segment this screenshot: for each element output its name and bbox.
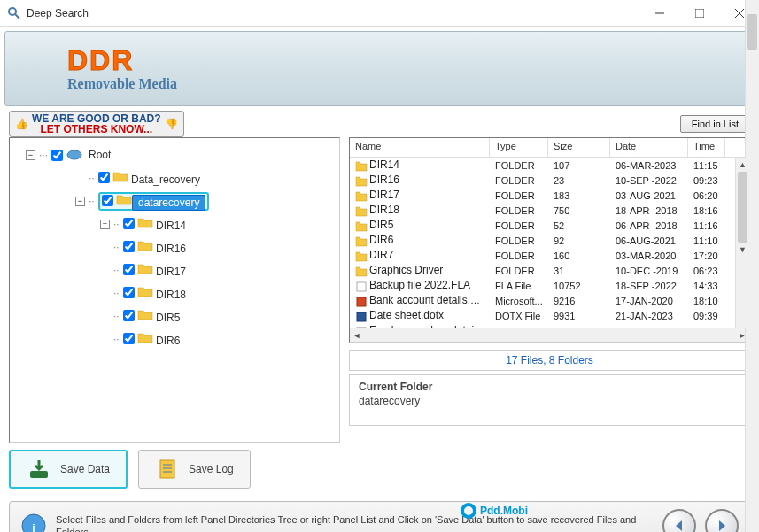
toolbar: 👍 WE ARE GOOD OR BAD? LET OTHERS KNOW...… bbox=[0, 111, 759, 137]
file-type: FOLDER bbox=[490, 205, 548, 216]
file-type: FOLDER bbox=[490, 160, 548, 171]
tree-item-label: DIR18 bbox=[153, 288, 189, 302]
tree-item-label: DIR16 bbox=[153, 242, 189, 256]
file-time: 11:16 bbox=[688, 220, 725, 231]
file-rows[interactable]: DIR14FOLDER10706-MAR-202311:15DIR16FOLDE… bbox=[350, 158, 749, 328]
brand-logo: DDR bbox=[67, 46, 177, 74]
maximize-button[interactable] bbox=[679, 0, 719, 27]
tree-item[interactable]: ·· DIR5 bbox=[13, 305, 336, 328]
file-time: 09:23 bbox=[688, 175, 725, 186]
file-row[interactable]: Graphics DriverFOLDER3110-DEC -201906:23 bbox=[350, 263, 749, 278]
col-name[interactable]: Name bbox=[350, 138, 490, 157]
tree-item[interactable]: +·· DIR14 bbox=[13, 212, 336, 235]
ppt-icon bbox=[355, 297, 368, 307]
file-type: FOLDER bbox=[490, 190, 548, 201]
file-name: DIR14 bbox=[369, 158, 399, 171]
tree-view[interactable]: − ··· Root ·· Data_recovery−·· datarecov… bbox=[10, 138, 339, 442]
feedback-button[interactable]: 👍 WE ARE GOOD OR BAD? LET OTHERS KNOW...… bbox=[9, 111, 184, 137]
file-row[interactable]: Date sheet.dotxDOTX File993121-JAN-20230… bbox=[350, 308, 749, 323]
drive-icon bbox=[66, 149, 82, 161]
file-row[interactable]: Backup file 2022.FLAFLA File1075218-SEP … bbox=[350, 278, 749, 293]
tree-toggle-icon[interactable]: − bbox=[75, 197, 85, 206]
tree-checkbox[interactable] bbox=[123, 333, 135, 344]
file-type: FOLDER bbox=[490, 220, 548, 231]
folder-icon bbox=[355, 191, 368, 202]
tree-panel: − ··· Root ·· Data_recovery−·· datarecov… bbox=[9, 137, 340, 443]
file-row[interactable]: DIR16FOLDER2310-SEP -202209:23 bbox=[350, 173, 749, 188]
save-log-button[interactable]: Save Log bbox=[138, 450, 251, 489]
file-date: 03-MAR-2020 bbox=[610, 251, 688, 261]
file-date: 03-AUG-2021 bbox=[610, 190, 688, 201]
folder-icon bbox=[112, 171, 128, 183]
file-date: 10-SEP -2022 bbox=[610, 175, 688, 186]
file-name: DIR7 bbox=[369, 249, 393, 261]
scroll-left-icon[interactable]: ◄ bbox=[350, 328, 364, 343]
folder-icon bbox=[355, 236, 368, 247]
svg-line-1 bbox=[15, 14, 19, 19]
svg-rect-13 bbox=[30, 471, 48, 478]
tree-checkbox[interactable] bbox=[123, 264, 135, 275]
file-size: 183 bbox=[548, 190, 610, 201]
collapse-icon[interactable]: − bbox=[26, 150, 35, 160]
current-folder-panel: Current Folder datarecovery bbox=[349, 374, 750, 426]
file-name: DIR16 bbox=[369, 173, 399, 186]
file-row[interactable]: DIR14FOLDER10706-MAR-202311:15 bbox=[350, 158, 749, 173]
file-type: FOLDER bbox=[490, 251, 548, 261]
file-time: 09:39 bbox=[688, 311, 725, 321]
file-row[interactable]: DIR6FOLDER9206-AUG-202111:10 bbox=[350, 233, 749, 248]
tree-checkbox[interactable] bbox=[51, 150, 63, 161]
file-row[interactable]: DIR5FOLDER5206-APR -201811:16 bbox=[350, 218, 749, 233]
tree-item[interactable]: ·· DIR16 bbox=[13, 235, 336, 258]
tree-item[interactable]: ·· Data_recovery bbox=[13, 166, 336, 189]
file-size: 9931 bbox=[548, 311, 610, 321]
file-scrollbar-h[interactable]: ◄ ► bbox=[350, 328, 749, 342]
doc-icon bbox=[355, 312, 368, 322]
folder-icon bbox=[355, 176, 368, 187]
tree-item[interactable]: ·· DIR18 bbox=[13, 281, 336, 305]
tree-toggle-icon[interactable]: + bbox=[100, 220, 110, 229]
tree-checkbox[interactable] bbox=[123, 310, 135, 321]
file-row[interactable]: DIR7FOLDER16003-MAR-202017:20 bbox=[350, 248, 749, 263]
svg-point-6 bbox=[67, 150, 81, 159]
file-row[interactable]: DIR17FOLDER18303-AUG-202106:20 bbox=[350, 188, 749, 203]
folder-icon bbox=[355, 206, 368, 217]
find-in-list-button[interactable]: Find in List bbox=[680, 115, 750, 133]
next-button[interactable] bbox=[705, 509, 739, 532]
app-icon bbox=[7, 6, 21, 20]
minimize-button[interactable] bbox=[639, 0, 679, 27]
tree-item-label: datarecovery bbox=[132, 195, 205, 211]
file-row[interactable]: DIR18FOLDER75018-APR -201818:16 bbox=[350, 203, 749, 218]
arrow-left-icon bbox=[672, 519, 686, 532]
file-size: 92 bbox=[548, 235, 610, 246]
file-date: 18-SEP -2022 bbox=[610, 281, 688, 291]
col-time[interactable]: Time bbox=[688, 138, 725, 157]
file-row[interactable]: Employee salary details.txtText file9918… bbox=[350, 323, 749, 328]
svg-rect-14 bbox=[160, 460, 174, 478]
scroll-down-icon[interactable]: ▼ bbox=[736, 243, 749, 257]
scroll-up-icon[interactable]: ▲ bbox=[736, 158, 749, 172]
tree-checkbox[interactable] bbox=[123, 218, 135, 229]
file-date: 10-DEC -2019 bbox=[610, 266, 688, 276]
tree-checkbox[interactable] bbox=[98, 172, 110, 183]
folder-icon bbox=[137, 240, 153, 252]
col-date[interactable]: Date bbox=[610, 138, 688, 157]
file-time: 06:20 bbox=[688, 190, 725, 201]
file-list: Name Type Size Date Time DIR14FOLDER1070… bbox=[349, 137, 750, 343]
file-size: 107 bbox=[548, 160, 610, 171]
file-row[interactable]: Bank account details.PPTMicrosoft...9216… bbox=[350, 293, 749, 308]
save-data-button[interactable]: Save Data bbox=[9, 450, 128, 489]
tree-item[interactable]: ·· DIR6 bbox=[13, 328, 336, 351]
col-size[interactable]: Size bbox=[548, 138, 610, 157]
current-folder-title: Current Folder bbox=[359, 381, 740, 393]
window-title: Deep Search bbox=[27, 7, 639, 19]
prev-button[interactable] bbox=[662, 509, 696, 532]
col-type[interactable]: Type bbox=[490, 138, 548, 157]
file-size: 750 bbox=[548, 205, 610, 216]
file-scrollbar-v[interactable]: ▲ ▼ bbox=[735, 158, 749, 328]
tree-checkbox[interactable] bbox=[123, 241, 135, 252]
tree-item[interactable]: ·· DIR17 bbox=[13, 258, 336, 281]
tree-checkbox[interactable] bbox=[102, 195, 113, 206]
tree-root[interactable]: − ··· Root bbox=[13, 143, 336, 166]
tree-checkbox[interactable] bbox=[123, 287, 135, 298]
tree-item[interactable]: −·· datarecovery bbox=[13, 189, 336, 212]
